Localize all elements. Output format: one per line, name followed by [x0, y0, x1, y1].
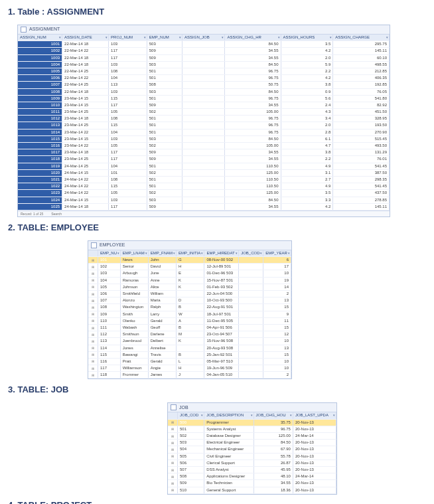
dropdown-icon[interactable]: ▾	[386, 35, 388, 39]
dropdown-icon[interactable]: ▾	[236, 251, 238, 255]
table-row[interactable]: 102424-Mar-14 1510350384.503.3278.85	[18, 197, 390, 203]
table-row[interactable]: ⊞107AlonzoMariaD10-Oct-93 50013	[88, 297, 291, 304]
table-row[interactable]: 102324-Mar-14 22105502125.003.5437.50	[18, 190, 390, 197]
expand-icon[interactable]: ⊞	[88, 311, 98, 317]
column-header[interactable]: JOB_COD▾	[178, 412, 204, 419]
dropdown-icon[interactable]: ▾	[251, 413, 253, 417]
column-header[interactable]: PROJ_NUM▾	[109, 35, 147, 41]
table-row[interactable]: ⊞111WabashGeoffB04-Apr-91 50615	[88, 324, 291, 331]
column-header[interactable]: JOB_LAST_UPDA▾	[293, 412, 336, 419]
expand-icon[interactable]: ⊞	[168, 453, 178, 460]
column-header[interactable]: ASSIGN_HOURS▾	[281, 35, 333, 41]
dropdown-icon[interactable]: ▾	[201, 251, 203, 255]
expand-icon[interactable]: ⊞	[88, 358, 98, 365]
expand-icon[interactable]: ⊞	[168, 426, 178, 432]
expand-icon[interactable]: ⊞	[88, 351, 98, 358]
table-row[interactable]: 100822-Mar-14 1810350384.500.976.05	[18, 88, 390, 95]
dropdown-icon[interactable]: ▾	[201, 413, 203, 417]
table-row[interactable]: 101123-Mar-14 25105502105.004.3451.50	[18, 109, 390, 116]
column-header[interactable]: JOB_COD▾	[239, 250, 263, 257]
table-row[interactable]: ⊞112SmithsonDarleneM23-Oct-94 50712	[88, 331, 291, 338]
column-header[interactable]: EMP_INITIA▾	[177, 250, 204, 257]
column-header[interactable]: EMP_NU▾	[98, 250, 121, 257]
table-row[interactable]: ⊞500Programmer35.7520-Nov-13	[168, 419, 336, 426]
table-row[interactable]: 101823-Mar-14 2511750934.552.276.01	[18, 156, 390, 163]
table-row[interactable]: 102124-Mar-14 22108501110.502.7298.35	[18, 176, 390, 183]
dropdown-icon[interactable]: ▾	[144, 35, 146, 39]
dropdown-icon[interactable]: ▾	[290, 413, 292, 417]
table-row[interactable]: ⊞103ArboughJuneE01-Dec-96 50310	[88, 270, 291, 277]
table-row[interactable]: 100722-Mar-14 2511350850.753.8192.85	[18, 82, 390, 88]
table-row[interactable]: ⊞106SmithfieldWilliam22-Jun-04 5002	[88, 291, 291, 297]
table-row[interactable]: ⊞506Clerical Support26.8720-Nov-13	[168, 460, 336, 466]
column-header[interactable]: EMP_YEAR▾	[263, 250, 291, 257]
dropdown-icon[interactable]: ▾	[222, 35, 224, 39]
expand-icon[interactable]: ⊞	[88, 257, 98, 264]
table-row[interactable]: 102024-Mar-14 15101502125.003.1387.50	[18, 169, 390, 176]
dropdown-icon[interactable]: ▾	[59, 35, 61, 39]
expand-icon[interactable]: ⊞	[88, 345, 98, 351]
dropdown-icon[interactable]: ▾	[173, 251, 175, 255]
expand-icon[interactable]: ⊞	[168, 473, 178, 480]
table-row[interactable]: 101423-Mar-14 2210450196.752.8270.90	[18, 129, 390, 135]
column-header[interactable]: JOB_CHG_HOU▾	[253, 412, 293, 419]
table-row[interactable]: ⊞507DSS Analyst45.9520-Nov-13	[168, 466, 336, 473]
table-row[interactable]: 102524-Mar-14 1811750934.554.2145.11	[18, 203, 390, 210]
expand-icon[interactable]: ⊞	[88, 270, 98, 277]
dropdown-icon[interactable]: ▾	[333, 413, 335, 417]
table-row[interactable]: 100622-Mar-14 2210450196.754.2406.35	[18, 75, 390, 82]
table-row[interactable]: ⊞108WashingtonRalphB22-Aug-91 50115	[88, 304, 291, 311]
table-row[interactable]: ⊞118FrommerJamesJ04-Jan-05 5102	[88, 372, 291, 378]
table-row[interactable]: ⊞110OlenkoGeraldA11-Dec-95 50511	[88, 317, 291, 324]
dropdown-icon[interactable]: ▾	[117, 251, 119, 255]
table-row[interactable]: ⊞503Electrical Engineer84.5020-Nov-13	[168, 440, 336, 446]
table-row[interactable]: ⊞115BawangiTravisB25-Jan-92 50115	[88, 351, 291, 358]
expand-icon[interactable]: ⊞	[88, 324, 98, 331]
column-header[interactable]: EMP_HIREDAT▾	[204, 250, 239, 257]
table-row[interactable]: ⊞109SmithLarryW18-Jul-97 5019	[88, 311, 291, 317]
column-header[interactable]: EMP_LNAM▾	[120, 250, 148, 257]
expand-icon[interactable]: ⊞	[168, 487, 178, 493]
job-grid[interactable]: JOB_COD▾JOB_DESCRIPTION▾JOB_CHG_HOU▾JOB_…	[168, 412, 336, 493]
table-row[interactable]: 100522-Mar-14 2510850196.752.2212.85	[18, 68, 390, 74]
dropdown-icon[interactable]: ▾	[106, 35, 108, 39]
table-row[interactable]: 101723-Mar-14 1811750934.553.8131.29	[18, 149, 390, 156]
table-row[interactable]: ⊞101NewsJohnG08-Nov-00 5026	[88, 257, 291, 264]
column-header[interactable]: ASSIGN_NUM▾	[18, 35, 62, 41]
table-row[interactable]: ⊞504Mechanical Engineer67.9020-Nov-13	[168, 446, 336, 453]
table-row[interactable]: 100222-Mar-14 2211750934.554.2145.11	[18, 48, 390, 54]
column-header[interactable]: EMP_NUM▾	[147, 35, 182, 41]
table-row[interactable]: ⊞509Bio Technician34.5520-Nov-13	[168, 480, 336, 487]
dropdown-icon[interactable]: ▾	[330, 35, 332, 39]
expand-icon[interactable]: ⊞	[88, 284, 98, 290]
table-row[interactable]: 101323-Mar-14 2511550196.752.0193.50	[18, 122, 390, 129]
dropdown-icon[interactable]: ▾	[278, 35, 280, 39]
expand-icon[interactable]: ⊞	[88, 372, 98, 378]
column-header[interactable]: EMP_FNAM▾	[148, 250, 176, 257]
expand-icon[interactable]: ⊞	[88, 264, 98, 270]
expand-icon[interactable]: ⊞	[88, 338, 98, 345]
expand-icon[interactable]: ⊞	[88, 331, 98, 338]
dropdown-icon[interactable]: ▾	[179, 35, 181, 39]
table-row[interactable]: ⊞104RamorasAnneK15-Nov-87 50119	[88, 277, 291, 284]
column-header[interactable]: ASSIGN_CHARGE▾	[333, 35, 390, 41]
table-row[interactable]: ⊞116PrattGeraldL05-Mar-97 51010	[88, 358, 291, 365]
table-row[interactable]: ⊞102SeniorDavidH12-Jul-89 50117	[88, 264, 291, 270]
table-row[interactable]: 101924-Mar-14 25104501110.504.9541.45	[18, 163, 390, 169]
column-header[interactable]: ASSIGN_CHG_HR▾	[225, 35, 281, 41]
table-row[interactable]: 100923-Mar-14 1511550196.755.6541.80	[18, 95, 390, 102]
table-row[interactable]: 101623-Mar-14 22105502105.004.7493.50	[18, 143, 390, 149]
expand-icon[interactable]: ⊞	[168, 446, 178, 453]
table-row[interactable]: ⊞502Database Designer125.0024-Mar-14	[168, 433, 336, 440]
column-header[interactable]: JOB_DESCRIPTION▾	[204, 412, 253, 419]
expand-icon[interactable]: ⊞	[168, 419, 178, 426]
table-row[interactable]: 101523-Mar-14 1510350384.506.1515.45	[18, 135, 390, 142]
table-row[interactable]: ⊞510General Support18.3620-Nov-13	[168, 487, 336, 493]
expand-icon[interactable]: ⊞	[168, 433, 178, 440]
table-row[interactable]: ⊞501Systems Analyst96.7520-Nov-13	[168, 426, 336, 432]
dropdown-icon[interactable]: ▾	[260, 251, 262, 255]
expand-icon[interactable]: ⊞	[88, 365, 98, 372]
expand-icon[interactable]: ⊞	[88, 304, 98, 311]
expand-icon[interactable]: ⊞	[88, 277, 98, 284]
column-header[interactable]: ASSIGN_JOB▾	[182, 35, 225, 41]
